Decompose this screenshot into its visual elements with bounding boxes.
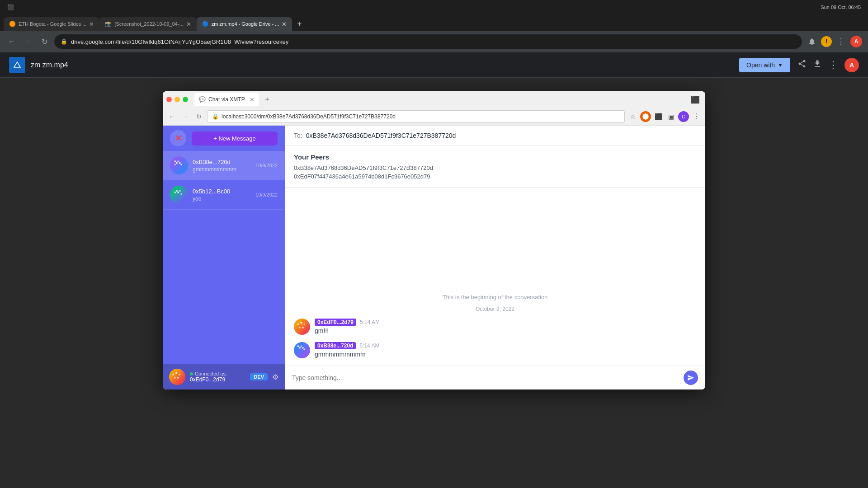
svg-rect-19 — [177, 377, 179, 379]
send-message-button[interactable] — [684, 371, 698, 385]
profile-icon[interactable]: A — [850, 35, 863, 48]
url-text: drive.google.com/file/d/10GfwIklq61OtNAr… — [71, 38, 796, 45]
svg-rect-16 — [176, 372, 178, 374]
new-message-button[interactable]: + New Message — [192, 131, 278, 145]
tab2-close[interactable]: ✕ — [186, 21, 191, 28]
svg-rect-9 — [176, 190, 178, 192]
chat-message-input[interactable] — [292, 374, 679, 381]
ff-profile-btn[interactable]: C — [678, 111, 689, 122]
ff-puzzle-icon[interactable]: ⬛ — [653, 111, 664, 122]
chat-app-window: 💬 Chat via XMTP ✕ + ⬛ ← → ↻ 🔒 localhost:… — [163, 91, 705, 389]
msg1-text: gm!!! — [315, 327, 380, 334]
chrome-tab-3[interactable]: 🔵 zm zm.mp4 - Google Drive - ... ✕ — [197, 17, 292, 31]
chrome-tab-2[interactable]: 📸 [Screenshot_2022-10-09_04-... ✕ — [99, 17, 196, 31]
svg-point-0 — [642, 113, 648, 119]
ff-bookmark-icon[interactable]: ☆ — [627, 111, 638, 122]
svg-rect-7 — [181, 164, 183, 166]
os-topbar: ⬛ Sun 09 Oct, 06:45 — [0, 0, 868, 14]
svg-rect-21 — [301, 322, 302, 324]
ff-tab-close-icon[interactable]: ✕ — [250, 96, 255, 103]
msg2-sender: 0xB38e...720d — [315, 342, 356, 349]
settings-gear-icon[interactable]: ⚙ — [272, 373, 278, 381]
conversation-item-2[interactable]: 0x5b12...Bc00 yoo 10/9/2022 — [163, 180, 285, 210]
drive-filename: zm zm.mp4 — [31, 61, 739, 69]
chrome-addressbar: ← → ↻ 🔒 drive.google.com/file/d/10GfwIkl… — [0, 31, 868, 52]
ff-window-icon[interactable]: ▣ — [665, 111, 676, 122]
ff-min-btn[interactable] — [175, 97, 180, 102]
msg2-time: 5:14 AM — [359, 343, 379, 349]
to-label: To: — [294, 132, 302, 139]
share-icon[interactable] — [797, 59, 807, 70]
back-button[interactable]: ← — [5, 35, 18, 48]
open-with-button[interactable]: Open with ▼ — [739, 58, 790, 72]
dev-badge: DEV — [250, 373, 268, 380]
sidebar-footer: Connected as: 0xEdF0...2d79 DEV ⚙ — [163, 364, 285, 389]
svg-rect-17 — [179, 374, 181, 375]
msg1-content: 0xEdF0...2d79 5:14 AM gm!!! — [315, 319, 380, 334]
firefox-window-controls — [166, 97, 188, 102]
more-icon[interactable]: ⋮ — [828, 59, 838, 71]
ff-new-tab-btn[interactable]: + — [261, 93, 274, 106]
svg-rect-15 — [173, 374, 175, 375]
ff-maximize-btn[interactable]: ⬛ — [689, 94, 702, 106]
drive-logo — [9, 57, 25, 73]
chat-messages-area: This is the beginning of the conversatio… — [285, 188, 705, 366]
extensions-icon[interactable]: ⋮ — [835, 35, 847, 48]
forward-button[interactable]: → — [22, 35, 34, 48]
notifications-icon[interactable] — [806, 35, 818, 48]
tab3-close[interactable]: ✕ — [282, 21, 287, 28]
chat-header: To: 0xB38e7Ad3768d36DeAD571f9f3C71e727B3… — [285, 126, 705, 146]
svg-rect-28 — [302, 347, 304, 349]
tab3-favicon: 🔵 — [202, 21, 209, 27]
svg-rect-5 — [179, 162, 181, 164]
ff-tab-title: Chat via XMTP — [208, 96, 245, 103]
conversation-item-1[interactable]: 0xB38e...720d gmmmmmmmmm 10/9/2022 — [163, 151, 285, 180]
conv2-preview: yoo — [193, 196, 251, 202]
main-area: 💬 Chat via XMTP ✕ + ⬛ ← → ↻ 🔒 localhost:… — [0, 78, 868, 488]
conv2-name: 0x5b12...Bc00 — [193, 188, 251, 195]
ff-toolbar-icons: ☆ ⬛ ▣ C ⋮ — [627, 111, 702, 122]
download-icon[interactable] — [813, 59, 822, 70]
tab2-title: [Screenshot_2022-10-09_04-... — [114, 21, 183, 27]
conversation-list: 0xB38e...720d gmmmmmmmmm 10/9/2022 0x5b1… — [163, 151, 285, 364]
tab3-title: zm zm.mp4 - Google Drive - ... — [212, 21, 279, 27]
user-avatar[interactable]: A — [844, 58, 859, 72]
msg1-header: 0xEdF0...2d79 5:14 AM — [315, 319, 380, 326]
tab1-favicon: 🟠 — [9, 21, 16, 27]
chat-date-divider: October 9, 2022 — [294, 303, 696, 319]
firefox-tab-active[interactable]: 💬 Chat via XMTP ✕ — [194, 93, 259, 106]
drive-toolbar-icons: ⋮ A — [797, 58, 859, 72]
conv1-date: 10/9/2022 — [255, 163, 278, 168]
ff-back-btn[interactable]: ← — [166, 111, 177, 122]
svg-rect-12 — [178, 192, 179, 193]
ff-tab-favicon: 💬 — [199, 96, 206, 103]
drive-topbar: zm zm.mp4 Open with ▼ ⋮ A — [0, 52, 868, 78]
tab2-favicon: 📸 — [105, 21, 112, 27]
chrome-tab-1[interactable]: 🟠 ETH Bogota - Google Slides ... ✕ — [4, 17, 99, 31]
svg-rect-10 — [179, 190, 181, 192]
chat-sidebar: ✕ + New Message 0xB38e...720d gmmmmmmmmm — [163, 126, 285, 389]
ff-lock-icon: 🔒 — [212, 113, 219, 120]
os-clock: Sun 09 Oct, 06:45 — [821, 5, 861, 10]
peer-address-1: 0xB38e7Ad3768d36DeAD571f9f3C71e727B38772… — [294, 164, 696, 171]
ff-menu-btn[interactable]: ⋮ — [691, 111, 702, 122]
firefox-addressbar: ← → ↻ 🔒 localhost:3000/dm/0xB38e7Ad3768d… — [163, 108, 705, 126]
messages-spacer — [294, 188, 696, 288]
ff-reload-btn[interactable]: ↻ — [193, 111, 204, 122]
ff-close-btn[interactable] — [166, 97, 172, 102]
reload-button[interactable]: ↻ — [38, 35, 51, 48]
peers-title: Your Peers — [294, 153, 696, 161]
ff-max-btn[interactable] — [183, 97, 188, 102]
svg-rect-13 — [181, 193, 183, 195]
footer-address: 0xEdF0...2d79 — [190, 376, 245, 383]
svg-rect-25 — [297, 346, 299, 347]
ff-url-bar[interactable]: 🔒 localhost:3000/dm/0xB38e7Ad3768d36DeAD… — [207, 110, 625, 123]
url-bar[interactable]: 🔒 drive.google.com/file/d/10GfwIklq61OtN… — [54, 34, 802, 49]
online-dot — [190, 372, 193, 375]
open-with-arrow: ▼ — [778, 62, 783, 68]
conv1-info: 0xB38e...720d gmmmmmmmmm — [193, 159, 251, 173]
tab1-close[interactable]: ✕ — [89, 21, 94, 28]
os-topbar-right: Sun 09 Oct, 06:45 — [821, 5, 861, 10]
ff-forward-btn[interactable]: → — [180, 111, 191, 122]
new-tab-button[interactable]: + — [292, 17, 307, 31]
